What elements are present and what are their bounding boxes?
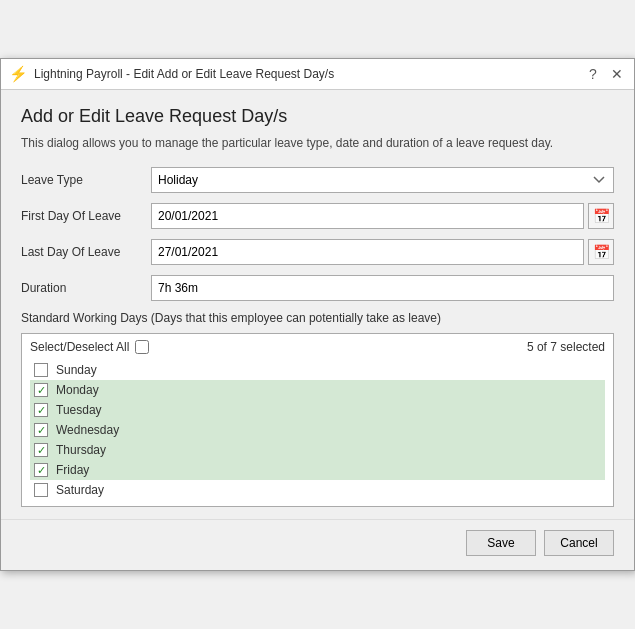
- title-bar: ⚡ Lightning Payroll - Edit Add or Edit L…: [1, 59, 634, 90]
- calendar-icon: 📅: [593, 208, 610, 224]
- day-label-wednesday: Wednesday: [56, 423, 119, 437]
- day-item: ✓Friday: [30, 460, 605, 480]
- select-deselect-left: Select/Deselect All: [30, 340, 149, 354]
- day-item: ✓Tuesday: [30, 400, 605, 420]
- day-label-friday: Friday: [56, 463, 89, 477]
- day-checkbox-friday[interactable]: ✓: [34, 463, 48, 477]
- day-label-monday: Monday: [56, 383, 99, 397]
- day-item: ✓Wednesday: [30, 420, 605, 440]
- selected-count: 5 of 7 selected: [527, 340, 605, 354]
- first-day-label: First Day Of Leave: [21, 209, 151, 223]
- cancel-button[interactable]: Cancel: [544, 530, 614, 556]
- first-day-calendar-button[interactable]: 📅: [588, 203, 614, 229]
- duration-label: Duration: [21, 281, 151, 295]
- day-checkbox-tuesday[interactable]: ✓: [34, 403, 48, 417]
- title-bar-controls: ? ✕: [584, 65, 626, 83]
- app-title: Lightning Payroll - Edit Add or Edit Lea…: [34, 67, 334, 81]
- app-icon: ⚡: [9, 65, 28, 83]
- leave-type-row: Leave Type Holiday Sick Leave Annual Lea…: [21, 167, 614, 193]
- footer: Save Cancel: [1, 519, 634, 570]
- day-list: Sunday✓Monday✓Tuesday✓Wednesday✓Thursday…: [30, 360, 605, 500]
- last-day-row: Last Day Of Leave 📅: [21, 239, 614, 265]
- working-days-box: Select/Deselect All 5 of 7 selected Sund…: [21, 333, 614, 507]
- day-item: ✓Thursday: [30, 440, 605, 460]
- first-day-input[interactable]: [151, 203, 584, 229]
- dialog-description: This dialog allows you to manage the par…: [21, 135, 614, 152]
- select-deselect-row: Select/Deselect All 5 of 7 selected: [30, 340, 605, 354]
- day-label-tuesday: Tuesday: [56, 403, 102, 417]
- day-label-thursday: Thursday: [56, 443, 106, 457]
- last-day-label: Last Day Of Leave: [21, 245, 151, 259]
- day-checkbox-saturday[interactable]: [34, 483, 48, 497]
- leave-type-label: Leave Type: [21, 173, 151, 187]
- main-window: ⚡ Lightning Payroll - Edit Add or Edit L…: [0, 58, 635, 572]
- calendar-icon: 📅: [593, 244, 610, 260]
- working-days-section-label: Standard Working Days (Days that this em…: [21, 311, 614, 325]
- last-day-control: 📅: [151, 239, 614, 265]
- duration-row: Duration: [21, 275, 614, 301]
- day-item: Saturday: [30, 480, 605, 500]
- title-bar-left: ⚡ Lightning Payroll - Edit Add or Edit L…: [9, 65, 334, 83]
- dialog-title: Add or Edit Leave Request Day/s: [21, 106, 614, 127]
- leave-type-select[interactable]: Holiday Sick Leave Annual Leave Personal…: [151, 167, 614, 193]
- save-button[interactable]: Save: [466, 530, 536, 556]
- duration-input[interactable]: [151, 275, 614, 301]
- leave-type-control: Holiday Sick Leave Annual Leave Personal…: [151, 167, 614, 193]
- day-checkbox-monday[interactable]: ✓: [34, 383, 48, 397]
- day-label-sunday: Sunday: [56, 363, 97, 377]
- last-day-input[interactable]: [151, 239, 584, 265]
- dialog-content: Add or Edit Leave Request Day/s This dia…: [1, 90, 634, 520]
- day-item: Sunday: [30, 360, 605, 380]
- select-deselect-label: Select/Deselect All: [30, 340, 129, 354]
- day-checkbox-thursday[interactable]: ✓: [34, 443, 48, 457]
- last-day-calendar-button[interactable]: 📅: [588, 239, 614, 265]
- day-checkbox-sunday[interactable]: [34, 363, 48, 377]
- help-button[interactable]: ?: [584, 65, 602, 83]
- first-day-row: First Day Of Leave 📅: [21, 203, 614, 229]
- first-day-control: 📅: [151, 203, 614, 229]
- duration-control: [151, 275, 614, 301]
- day-label-saturday: Saturday: [56, 483, 104, 497]
- select-all-checkbox[interactable]: [135, 340, 149, 354]
- day-item: ✓Monday: [30, 380, 605, 400]
- day-checkbox-wednesday[interactable]: ✓: [34, 423, 48, 437]
- close-button[interactable]: ✕: [608, 65, 626, 83]
